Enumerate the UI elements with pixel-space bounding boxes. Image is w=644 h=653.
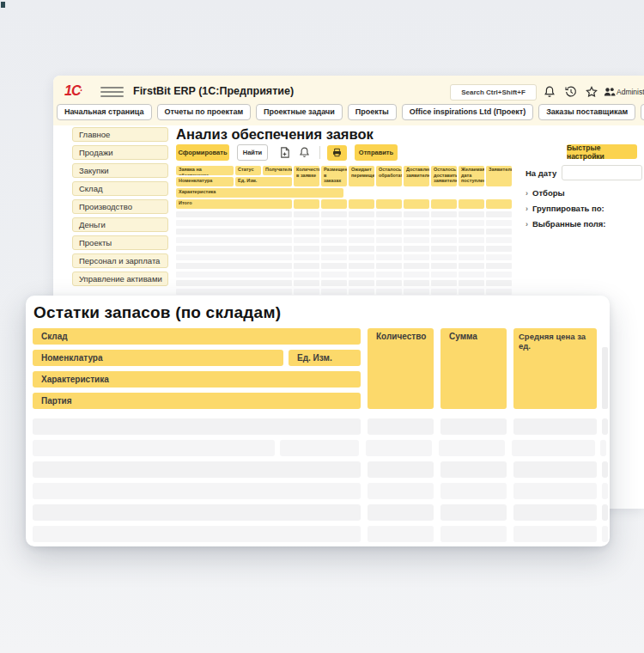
stock-row — [33, 483, 608, 499]
tab[interactable]: Анализ обеспечения заявок — [641, 104, 644, 120]
tab[interactable]: Office inspirations Ltd (Проект) — [402, 104, 533, 120]
sidebar-item[interactable]: Закупки — [72, 163, 168, 178]
warehouse-field[interactable]: Склад — [33, 328, 361, 345]
sidebar-item[interactable]: Проекты — [72, 235, 168, 250]
settings-section-label: Отборы — [532, 188, 565, 198]
bell-icon[interactable] — [543, 85, 556, 99]
star-icon[interactable] — [585, 85, 598, 99]
average-price-column[interactable]: Средняя цена за ед. — [513, 328, 597, 409]
row-value-cell — [486, 263, 512, 269]
sidebar-item[interactable]: Персонал и зарплата — [72, 253, 168, 268]
tab[interactable]: Проектные задачи — [256, 104, 343, 120]
settings-section-label: Группировать по: — [532, 204, 605, 213]
bell-icon[interactable] — [298, 146, 311, 159]
row-value-cell — [404, 263, 429, 269]
table-row — [176, 289, 512, 295]
row-value-cell — [294, 229, 319, 235]
column-header[interactable]: Ожидает перемещения — [349, 166, 374, 186]
sidebar-item[interactable]: Деньги — [72, 217, 168, 232]
sidebar-menu: ГлавноеПродажиЗакупкиСкладПроизводствоДе… — [72, 127, 168, 286]
row-value-cell — [376, 289, 402, 295]
row-value-cell — [294, 254, 319, 260]
row-value-cell — [431, 280, 457, 286]
row-value-cell — [321, 211, 347, 217]
nomenclature-field[interactable]: Номенклатура — [33, 350, 283, 366]
1c-logo: 1С — [64, 83, 82, 99]
settings-section[interactable]: ›Группировать по: — [526, 204, 606, 213]
column-header[interactable]: Доставлено заявителю — [404, 166, 429, 186]
column-header[interactable]: Заявитель — [486, 166, 512, 186]
send-button[interactable]: Отправить — [355, 144, 398, 161]
row-sum-cell — [440, 504, 507, 521]
table-row — [176, 254, 512, 260]
column-header[interactable]: Заявка на обеспечение — [176, 166, 234, 175]
row-main-cell — [176, 237, 292, 243]
row-value-cell — [431, 229, 457, 235]
sidebar-item[interactable]: Управление активами — [72, 272, 168, 286]
find-button[interactable]: Найти — [237, 144, 268, 161]
row-value-cell — [349, 220, 374, 226]
column-header[interactable]: Осталось доставить заявителю — [431, 166, 457, 186]
row-value-cell — [486, 246, 512, 252]
row-value-cell — [376, 220, 402, 226]
stock-row — [33, 418, 608, 435]
quick-settings-button[interactable]: Быстрые настройки — [567, 144, 637, 159]
row-value-cell — [376, 211, 402, 217]
row-sum-cell — [440, 526, 507, 542]
row-value-cell — [486, 280, 512, 286]
printer-icon[interactable] — [327, 145, 347, 161]
column-header[interactable]: Характеристика — [176, 188, 343, 198]
users-icon[interactable] — [603, 85, 617, 99]
row-value-cell — [459, 289, 484, 295]
tab[interactable]: Проекты — [348, 104, 397, 120]
table-row — [176, 272, 512, 278]
row-quantity-cell — [368, 504, 434, 521]
characteristic-field[interactable]: Характеристика — [33, 371, 361, 388]
row-value-cell — [404, 220, 429, 226]
hamburger-menu-icon[interactable] — [100, 87, 124, 97]
batch-field[interactable]: Партия — [33, 393, 361, 409]
settings-sections: ›Отборы›Группировать по:›Выбранные поля: — [526, 188, 606, 229]
row-main-cell — [176, 272, 292, 278]
row-value-cell — [404, 211, 429, 217]
column-header[interactable]: Количество в заявке — [294, 166, 319, 186]
generate-button[interactable]: Сформировать — [176, 144, 229, 161]
tab[interactable]: Начальная страница — [57, 104, 152, 120]
row-value-cell — [376, 254, 402, 260]
report-title: Анализ обеспечения заявок — [176, 126, 374, 143]
quantity-column[interactable]: Количество — [368, 328, 434, 409]
sidebar-item[interactable]: Главное — [72, 127, 168, 142]
row-main-cell — [176, 246, 292, 252]
settings-section[interactable]: ›Выбранные поля: — [526, 219, 606, 229]
column-header[interactable]: Осталось обработать — [376, 166, 402, 186]
column-header[interactable]: Желаемая дата поступления — [459, 166, 484, 186]
column-header[interactable]: Номенклатура — [176, 177, 234, 186]
row-value-cell — [321, 237, 347, 243]
sidebar-item[interactable]: Производство — [72, 199, 168, 214]
current-user-label[interactable]: Administrator — [617, 88, 644, 96]
tab-bar: Начальная страницаОтчеты по проектамПрое… — [57, 104, 644, 120]
row-value-cell — [376, 280, 402, 286]
search-input[interactable] — [450, 84, 537, 101]
row-value-cell — [321, 246, 347, 252]
column-header[interactable]: Получатель — [263, 166, 292, 175]
unit-field[interactable]: Ед. Изм. — [289, 350, 361, 366]
history-icon[interactable] — [564, 85, 578, 99]
sidebar-item[interactable]: Склад — [72, 181, 168, 196]
column-header[interactable]: Статус — [235, 166, 261, 175]
row-value-cell — [486, 220, 512, 226]
sidebar-item[interactable]: Продажи — [72, 145, 168, 160]
desktop-background: 1С FirstBit ERP (1С:Предприятие) — [0, 0, 644, 653]
settings-section[interactable]: ›Отборы — [526, 188, 606, 198]
new-document-icon[interactable] — [278, 146, 291, 159]
row-value-cell — [294, 220, 319, 226]
tab[interactable]: Заказы поставщикам — [538, 104, 635, 120]
on-date-input[interactable] — [562, 165, 642, 180]
row-unit-cell — [280, 440, 359, 456]
column-header[interactable]: Размещено в заказах — [321, 166, 347, 186]
sum-column[interactable]: Сумма — [440, 328, 507, 409]
row-avg-cell — [513, 483, 597, 499]
column-header[interactable]: Ед. Изм. — [235, 177, 292, 186]
row-value-cell — [294, 289, 319, 295]
tab[interactable]: Отчеты по проектам — [157, 104, 252, 120]
